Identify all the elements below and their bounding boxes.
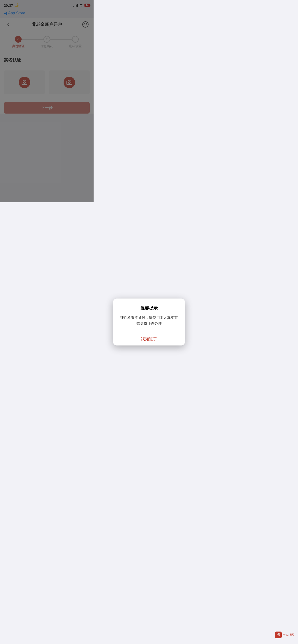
overlay-background bbox=[0, 0, 94, 202]
page: 20:37 🌙 14 ◀ A bbox=[0, 0, 94, 202]
